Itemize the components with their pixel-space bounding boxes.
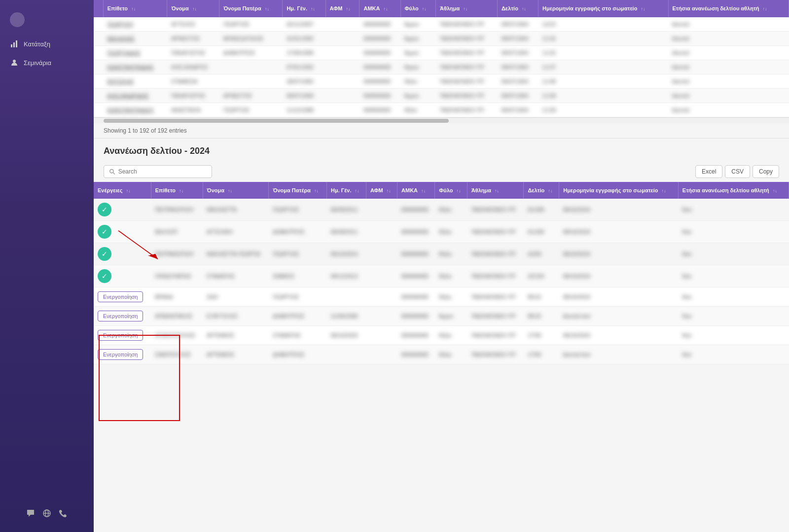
renewal-cell: blurred <box>668 74 789 88</box>
sort-fathername-b[interactable]: ↑↓ <box>314 188 319 193</box>
enable-button-3[interactable]: Ενεργοποίηση <box>98 330 143 341</box>
check-button-4[interactable]: ✓ <box>98 269 111 283</box>
first-cell: ΝΙΚΟΛΕΤΤΑ ΓΕΩΡΓΙΑ <box>203 243 269 265</box>
enable-button-2[interactable]: Ενεργοποίηση <box>98 311 143 321</box>
th-amka-bottom[interactable]: ΑΜΚΑ ↑↓ <box>397 182 435 199</box>
th-surname-bottom[interactable]: Επίθετο ↑↓ <box>151 182 203 199</box>
th-deltio[interactable]: Δελτίο ↑↓ <box>497 0 538 17</box>
sort-deltio[interactable]: ↑↓ <box>522 6 526 11</box>
chat-icon[interactable] <box>26 509 35 520</box>
deltio-cell: 86/15 <box>524 307 559 326</box>
sidebar-item-katataxi[interactable]: Κατάταξη <box>0 35 94 53</box>
search-box[interactable] <box>104 165 212 178</box>
sort-deltio-b[interactable]: ↑↓ <box>548 188 552 193</box>
sort-firstname-b[interactable]: ↑↓ <box>228 188 232 193</box>
sort-regdate[interactable]: ↑↓ <box>641 6 645 12</box>
globe-icon[interactable] <box>42 509 51 520</box>
surname-cell[interactable]: ΓΕΩΡΓΙΟΥ <box>103 17 167 32</box>
enable-button-4[interactable]: Ενεργοποίηση <box>98 349 143 360</box>
afm-cell <box>325 103 359 117</box>
surname-cell[interactable]: ΚΩΝΣΤΑΝΤΙΝΙΔΟΥ <box>103 103 167 117</box>
sort-sport[interactable]: ↑↓ <box>463 6 467 11</box>
surname-cell[interactable]: ΜΑΛΑΧΙΑΣ <box>103 31 167 45</box>
reg-cell: 11:07 <box>538 60 669 74</box>
th-dob-bottom[interactable]: Ημ. Γέν. ↑↓ <box>326 182 366 199</box>
dob-cell: 21/06/2008 <box>326 307 366 326</box>
action-cell <box>94 60 103 74</box>
search-input[interactable] <box>118 168 207 175</box>
sort-gender-b[interactable]: ↑↓ <box>456 188 461 193</box>
sort-amka-b[interactable]: ↑↓ <box>421 188 426 193</box>
surname-cell[interactable]: ΑΛΕΞΑΝΔΡΙΔΗΣ <box>103 88 167 103</box>
action-cell <box>94 103 103 117</box>
sort-fathername[interactable]: ↑↓ <box>265 6 269 11</box>
top-table-scrollbar[interactable] <box>94 117 789 123</box>
sort-amka[interactable]: ↑↓ <box>384 6 388 11</box>
sidebar-item-seminaria[interactable]: Σεμινάρια <box>0 53 94 72</box>
gender-cell: Θήλυ <box>435 265 467 287</box>
sort-renewal[interactable]: ↑↓ <box>763 6 767 12</box>
surname-cell[interactable]: ΕΝΤΖΙΛΗΣ <box>103 74 167 88</box>
th-deltio-bottom[interactable]: Δελτίο ↑↓ <box>524 182 559 199</box>
sort-dob[interactable]: ↑↓ <box>311 6 315 11</box>
amka-cell: 000000000 <box>359 31 400 45</box>
csv-button[interactable]: CSV <box>725 165 750 178</box>
sport-cell: TAEKWONDO ITF <box>467 221 524 243</box>
bottom-table-wrapper[interactable]: Ενέργειες ↑↓ Επίθετο ↑↓ Όνομα ↑↓ Όνομα Π… <box>94 182 789 365</box>
surname-cell[interactable]: ΚΩΝΣΤΑΝΤΙΝΙΔΗΣ <box>103 60 167 74</box>
sort-actions[interactable]: ↑↓ <box>126 188 131 193</box>
th-regdate[interactable]: Ημερομηνία εγγραφής στο σωματείο ↑↓ <box>538 0 669 17</box>
check-button-1[interactable]: ✓ <box>98 203 111 216</box>
th-amka[interactable]: ΑΜΚΑ ↑↓ <box>359 0 400 17</box>
phone-icon[interactable] <box>59 509 68 520</box>
th-sport[interactable]: Άθλημα ↑↓ <box>436 0 498 17</box>
sort-reg-b[interactable]: ↑↓ <box>662 188 666 194</box>
sort-gender[interactable]: ↑↓ <box>422 6 427 11</box>
sort-surname-b[interactable]: ↑↓ <box>179 188 183 193</box>
gender-cell: Θήλυ <box>435 287 467 307</box>
th-fathername-bottom[interactable]: Όνομα Πατέρα ↑↓ <box>269 182 327 199</box>
th-gender[interactable]: Φύλο ↑↓ <box>400 0 436 17</box>
th-regdate-bottom[interactable]: Ημερομηνία εγγραφής στο σωματείο ↑↓ <box>559 182 679 199</box>
th-firstname-bottom[interactable]: Όνομα ↑↓ <box>203 182 269 199</box>
sidebar-item-seminaria-label: Σεμινάρια <box>24 59 51 67</box>
th-dob[interactable]: Ημ. Γέν. ↑↓ <box>283 0 325 17</box>
check-button-3[interactable]: ✓ <box>98 247 111 261</box>
table-row: ΓΕΩΡΓΙΟΥ ΑΓΓΕΛΟΣ ΓΕΩΡΓΙΟΣ 02/11/2007 000… <box>94 17 789 32</box>
th-fathername[interactable]: Όνομα Πατέρα ↑↓ <box>219 0 283 17</box>
excel-button[interactable]: Excel <box>695 165 722 178</box>
action-cell: ✓ <box>94 243 151 265</box>
top-table-wrapper[interactable]: Επίθετο ↑↓ Όνομα ↑↓ Όνομα Πατέρα ↑↓ Ημ. … <box>94 0 789 117</box>
gender-cell: Άρρεν <box>400 60 436 74</box>
gender-cell: Θήλυ <box>400 103 436 117</box>
th-afm-bottom[interactable]: ΑΦΜ ↑↓ <box>366 182 397 199</box>
th-afm[interactable]: ΑΦΜ ↑↓ <box>325 0 359 17</box>
check-button-2[interactable]: ✓ <box>98 225 111 239</box>
sort-afm-b[interactable]: ↑↓ <box>387 188 391 193</box>
th-firstname[interactable]: Όνομα ↑↓ <box>167 0 219 17</box>
th-renewal-bottom[interactable]: Ετήσια ανανέωση δελτίου αθλητή ↑↓ <box>678 182 789 199</box>
th-surname[interactable]: Επίθετο ↑↓ <box>103 0 167 17</box>
amka-cell: 000000000 <box>397 287 435 307</box>
surname-cell: ΒΑΛΛΟΠ <box>151 221 203 243</box>
sort-surname[interactable]: ↑↓ <box>131 6 136 11</box>
father-cell: ΓΕΩΡΓΙΟΣ <box>269 287 327 307</box>
section-title-text: Ανανέωση δελτίου - 2024 <box>104 146 210 156</box>
action-cell <box>94 45 103 60</box>
enable-button-1[interactable]: Ενεργοποίηση <box>98 291 143 302</box>
deltio-cell: 17/50 <box>524 345 559 364</box>
copy-button[interactable]: Copy <box>753 165 779 178</box>
th-sport-bottom[interactable]: Άθλημα ↑↓ <box>467 182 524 199</box>
th-renewal[interactable]: Ετήσια ανανέωση δελτίου αθλητή ↑↓ <box>668 0 789 17</box>
surname-cell[interactable]: ΓΕΩΡΓΙΑΔΗΣ <box>103 45 167 60</box>
sort-afm[interactable]: ↑↓ <box>346 6 351 11</box>
table-row: ΜΑΛΑΧΙΑΣ ΑΡΝΕΣΤΟΣ ΜΠΑΕΣΔΓΚΑΛΕ 31/01/1992… <box>94 31 789 45</box>
sort-dob-b[interactable]: ↑↓ <box>355 188 359 193</box>
reg-cell: 08/10/2023 <box>559 326 679 345</box>
sort-firstname[interactable]: ↑↓ <box>192 6 197 11</box>
sort-sport-b[interactable]: ↑↓ <box>495 188 499 193</box>
th-gender-bottom[interactable]: Φύλο ↑↓ <box>435 182 467 199</box>
sort-renewal-b[interactable]: ↑↓ <box>773 188 777 194</box>
father-cell: ΔΗΜΗΤΡΙΟΣ <box>219 45 283 60</box>
surname-cell: ΑΓΑΘΟΠΟΥΛΟΣ <box>151 326 203 345</box>
